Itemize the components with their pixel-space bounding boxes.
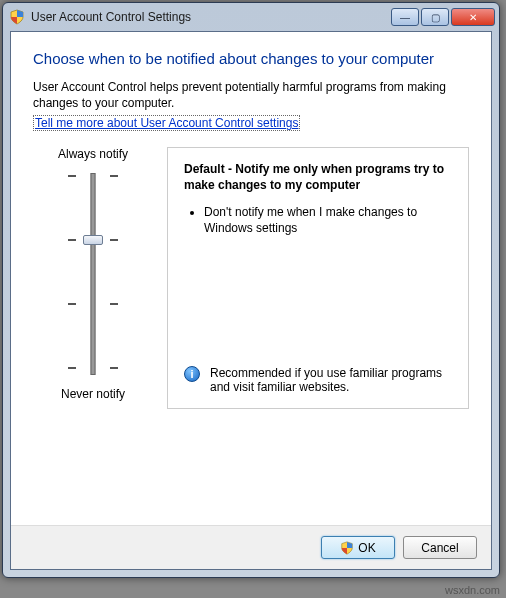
window-title: User Account Control Settings: [31, 10, 391, 24]
page-heading: Choose when to be notified about changes…: [33, 50, 469, 67]
slider-thumb[interactable]: [83, 235, 103, 245]
level-description-box: Default - Notify me only when programs t…: [167, 147, 469, 409]
watermark: wsxdn.com: [445, 584, 500, 596]
cancel-button-label: Cancel: [421, 541, 458, 555]
learn-more-link[interactable]: Tell me more about User Account Control …: [33, 115, 300, 131]
notification-slider[interactable]: [68, 169, 118, 379]
close-button[interactable]: ✕: [451, 8, 495, 26]
slider-bottom-label: Never notify: [33, 387, 153, 401]
uac-settings-window: User Account Control Settings — ▢ ✕ Choo…: [2, 2, 500, 578]
maximize-button[interactable]: ▢: [421, 8, 449, 26]
ok-button-label: OK: [358, 541, 375, 555]
titlebar[interactable]: User Account Control Settings — ▢ ✕: [3, 3, 499, 31]
client-area: Choose when to be notified about changes…: [10, 31, 492, 570]
uac-shield-icon: [9, 9, 25, 25]
uac-shield-icon: [340, 541, 354, 555]
cancel-button[interactable]: Cancel: [403, 536, 477, 559]
level-bullet: Don't notify me when I make changes to W…: [204, 204, 452, 236]
ok-button[interactable]: OK: [321, 536, 395, 559]
dialog-footer: OK Cancel: [11, 525, 491, 569]
info-icon: i: [184, 366, 200, 382]
page-description: User Account Control helps prevent poten…: [33, 79, 469, 111]
slider-top-label: Always notify: [33, 147, 153, 161]
minimize-button[interactable]: —: [391, 8, 419, 26]
recommendation-text: Recommended if you use familiar programs…: [210, 366, 452, 394]
level-title: Default - Notify me only when programs t…: [184, 162, 452, 193]
